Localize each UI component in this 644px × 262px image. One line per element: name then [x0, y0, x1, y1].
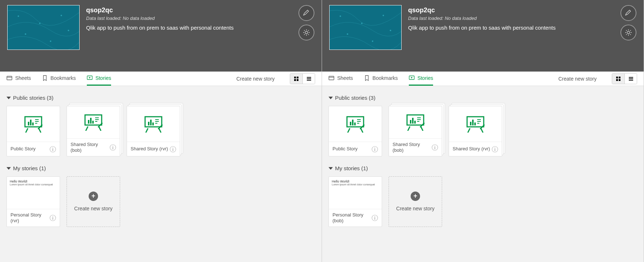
grid-view-button[interactable] [290, 74, 302, 84]
create-story-label: Create new story [396, 205, 435, 212]
edit-button[interactable] [620, 5, 636, 21]
sheets-icon [7, 75, 12, 81]
public-stories-header[interactable]: Public stories (3) [329, 95, 637, 101]
edit-button[interactable] [298, 5, 314, 21]
story-easel-icon [465, 115, 486, 133]
story-title: Public Story [10, 146, 35, 152]
create-story-label: Create new story [74, 205, 113, 212]
tab-stories[interactable]: Stories [87, 72, 111, 86]
settings-button[interactable] [298, 25, 314, 40]
caret-down-icon [7, 166, 11, 171]
app-header: qsop2qc Data last loaded: No data loaded… [322, 0, 644, 72]
story-title: Public Story [332, 146, 357, 152]
bookmark-icon [364, 75, 370, 81]
info-icon[interactable] [372, 215, 378, 221]
settings-button[interactable] [620, 25, 636, 40]
story-card[interactable]: Shared Story (rvr) [127, 106, 180, 156]
story-easel-icon [143, 115, 164, 133]
story-title: Shared Story (rvr) [131, 146, 168, 152]
bookmark-icon [42, 75, 48, 81]
story-card[interactable]: Public Story [329, 106, 382, 156]
story-easel-icon [83, 113, 104, 131]
info-icon[interactable] [110, 144, 116, 151]
caret-down-icon [7, 96, 11, 100]
info-icon[interactable] [170, 146, 176, 153]
story-title: Shared Story (rvr) [453, 146, 490, 152]
create-story-card[interactable]: + Create new story [389, 176, 442, 227]
content-area: Public stories (3) Public Story Shared S… [322, 86, 644, 262]
plus-icon: + [411, 192, 420, 201]
story-card[interactable]: Shared Story (rvr) [449, 106, 502, 156]
story-easel-icon [345, 115, 366, 133]
story-easel-icon [405, 113, 426, 131]
view-toggle [290, 73, 315, 84]
public-stories-header[interactable]: Public stories (3) [7, 95, 315, 101]
story-easel-icon [23, 115, 44, 133]
create-story-link[interactable]: Create new story [236, 76, 275, 82]
app-description: Qlik app to push from on prem to saas wi… [408, 25, 556, 31]
story-title: Personal Story (bob) [332, 212, 372, 224]
create-story-link[interactable]: Create new story [558, 76, 597, 82]
content-area: Public stories (3) Public Story Shared S… [0, 86, 322, 262]
app-thumbnail [7, 5, 80, 50]
pane-left: qsop2qc Data last loaded: No data loaded… [0, 0, 322, 262]
my-stories-header[interactable]: My stories (1) [7, 165, 315, 171]
info-icon[interactable] [50, 215, 56, 221]
story-card[interactable]: Public Story [7, 106, 60, 156]
create-story-card[interactable]: + Create new story [67, 176, 120, 227]
tab-bookmarks[interactable]: Bookmarks [364, 72, 398, 86]
tab-stories[interactable]: Stories [409, 72, 433, 86]
story-card[interactable]: Shared Story (bob) [67, 106, 120, 156]
my-stories-header[interactable]: My stories (1) [329, 165, 637, 171]
list-icon [306, 76, 312, 81]
plus-icon: + [89, 192, 98, 201]
app-header: qsop2qc Data last loaded: No data loaded… [0, 0, 322, 72]
slide-preview-title: Hello World! [10, 180, 53, 183]
app-title: qsop2qc [408, 7, 556, 14]
app-thumbnail [329, 5, 402, 50]
grid-view-button[interactable] [612, 74, 624, 84]
story-card[interactable]: Shared Story (bob) [389, 106, 442, 156]
pane-right: qsop2qc Data last loaded: No data loaded… [322, 0, 644, 262]
sheets-icon [329, 75, 334, 81]
tab-sheets[interactable]: Sheets [329, 72, 353, 86]
slide-preview-body: Lorem ipsum sit Amet dolor consequat [10, 183, 53, 186]
list-view-button[interactable] [302, 74, 315, 84]
info-icon[interactable] [372, 146, 378, 153]
app-subtitle: Data last loaded: No data loaded [86, 16, 234, 21]
list-view-button[interactable] [624, 74, 637, 84]
list-icon [628, 76, 634, 81]
caret-down-icon [329, 166, 333, 171]
app-subtitle: Data last loaded: No data loaded [408, 16, 556, 21]
story-card[interactable]: Hello World!Lorem ipsum sit Amet dolor c… [329, 176, 382, 227]
info-icon[interactable] [432, 144, 438, 151]
grid-icon [616, 76, 621, 81]
slide-preview-body: Lorem ipsum sit Amet dolor consequat [332, 183, 375, 186]
story-icon [409, 75, 415, 81]
story-title: Personal Story (rvr) [10, 212, 50, 224]
info-icon[interactable] [492, 146, 498, 153]
story-title: Shared Story (bob) [393, 142, 432, 154]
tab-bar: Sheets Bookmarks Stories Create new stor… [322, 72, 644, 86]
caret-down-icon [329, 96, 333, 100]
grid-icon [294, 76, 299, 81]
tab-bar: Sheets Bookmarks Stories Create new stor… [0, 72, 322, 86]
info-icon[interactable] [50, 146, 56, 153]
slide-preview-title: Hello World! [332, 180, 375, 183]
story-title: Shared Story (bob) [71, 142, 110, 154]
story-card[interactable]: Hello World!Lorem ipsum sit Amet dolor c… [7, 176, 60, 227]
view-toggle [612, 73, 637, 84]
tab-bookmarks[interactable]: Bookmarks [42, 72, 76, 86]
app-title: qsop2qc [86, 7, 234, 14]
tab-sheets[interactable]: Sheets [7, 72, 31, 86]
story-icon [87, 75, 93, 81]
app-description: Qlik app to push from on prem to saas wi… [86, 25, 234, 31]
